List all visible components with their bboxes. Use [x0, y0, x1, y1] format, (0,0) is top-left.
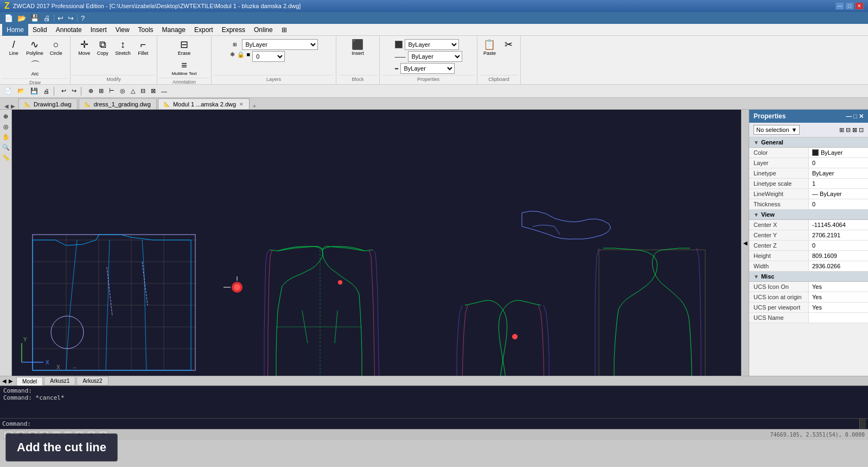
- menu-view[interactable]: View: [111, 24, 134, 36]
- layer-properties-button[interactable]: ⊞: [230, 40, 240, 49]
- move-button[interactable]: ✛ Move: [75, 38, 93, 75]
- ucs-per-viewport-value[interactable]: Yes: [809, 302, 868, 312]
- snap-cmd-btn[interactable]: ⊕: [86, 86, 95, 96]
- tab-drawing1[interactable]: 📐 Drawing1.dwg: [18, 98, 78, 109]
- tab-arkusz2[interactable]: Arkusz2: [76, 376, 108, 386]
- layer-select[interactable]: ByLayer 0: [242, 39, 318, 50]
- freeze-icon[interactable]: ❄: [230, 51, 235, 62]
- open-cmd-btn[interactable]: 📂: [15, 86, 27, 96]
- lineweight-select[interactable]: ByLayer: [400, 63, 455, 74]
- cut-button[interactable]: ✂: [500, 38, 517, 75]
- linetype-value[interactable]: ByLayer: [809, 168, 868, 178]
- tab-modul1[interactable]: 📐 Modul 1 ...amska 2.dwg ✕: [158, 98, 250, 109]
- menu-extra[interactable]: ⊞: [277, 24, 291, 36]
- status-model-btn[interactable]: ▤: [3, 431, 14, 439]
- layer-num-select[interactable]: 0: [252, 51, 285, 62]
- panel-toggle[interactable]: ◀: [741, 110, 749, 376]
- view-section-header[interactable]: ▼ View: [749, 210, 868, 220]
- otrack-cmd-btn[interactable]: ⊟: [138, 86, 148, 96]
- ortho-cmd-btn[interactable]: ⊢: [107, 86, 117, 96]
- prop-float-btn[interactable]: □: [853, 113, 857, 120]
- polar-cmd-btn[interactable]: ◎: [118, 86, 127, 96]
- lock-icon[interactable]: 🔒: [237, 51, 245, 62]
- menu-export[interactable]: Export: [190, 24, 218, 36]
- arc-button[interactable]: ⌒ Arc: [27, 59, 44, 78]
- print-cmd-btn[interactable]: 🖨: [41, 87, 52, 96]
- save-button[interactable]: 💾: [29, 14, 40, 22]
- menu-annotate[interactable]: Annotate: [52, 24, 86, 36]
- lt-pan-btn[interactable]: ✋: [1, 132, 11, 142]
- redo-cmd-btn[interactable]: ↪: [69, 86, 79, 96]
- prop-close-btn[interactable]: ✕: [859, 113, 864, 120]
- prop-minimize-btn[interactable]: —: [846, 113, 852, 120]
- menu-tools[interactable]: Tools: [134, 24, 158, 36]
- ucs-icon-on-value[interactable]: Yes: [809, 282, 868, 292]
- bottom-tab-prev[interactable]: ◀: [2, 378, 7, 384]
- print-button[interactable]: 🖨: [42, 14, 52, 22]
- status-polar-btn[interactable]: △: [52, 431, 61, 439]
- status-osnap-btn[interactable]: ○: [63, 431, 72, 439]
- line-button[interactable]: / Line: [5, 38, 22, 58]
- height-value[interactable]: 809.1609: [809, 251, 868, 261]
- new-cmd-btn[interactable]: 📄: [2, 86, 14, 96]
- width-value[interactable]: 2936.0266: [809, 261, 868, 271]
- select-filter-icon[interactable]: ⊡: [859, 127, 864, 134]
- redo-button[interactable]: ↪: [67, 14, 75, 22]
- fillet-button[interactable]: ⌐ Fillet: [135, 38, 152, 75]
- tab-model[interactable]: Model: [16, 377, 43, 386]
- undo-button[interactable]: ↩: [56, 14, 65, 22]
- copy-button[interactable]: ⧉ Copy: [94, 38, 111, 75]
- open-button[interactable]: 📂: [16, 14, 27, 22]
- ucs-icon-origin-value[interactable]: Yes: [809, 292, 868, 302]
- paste-button[interactable]: 📋 Paste: [481, 38, 499, 75]
- save-cmd-btn[interactable]: 💾: [28, 86, 40, 96]
- linetype-scale-value[interactable]: 1: [809, 179, 868, 188]
- new-button[interactable]: 📄: [3, 14, 14, 22]
- menu-home[interactable]: Home: [2, 24, 28, 36]
- ducs-cmd-btn[interactable]: ⊠: [149, 86, 158, 96]
- select-all-icon[interactable]: ⊞: [839, 127, 844, 134]
- center-x-value[interactable]: -11145.4064: [809, 220, 868, 230]
- lt-snap-btn[interactable]: ⊕: [1, 112, 11, 121]
- multiline-text-button[interactable]: ≡ Multiline Text: [169, 59, 199, 78]
- tab-dress-grading[interactable]: 📐 dress_1_grading.dwg: [79, 98, 157, 109]
- tab-nav-prev[interactable]: ◀: [4, 103, 9, 109]
- tab-arkusz1[interactable]: Arkusz1: [44, 376, 75, 386]
- tab-nav-next[interactable]: ▶: [11, 103, 15, 109]
- thickness-value[interactable]: 0: [809, 199, 868, 209]
- tab-modul1-close[interactable]: ✕: [239, 102, 244, 107]
- lt-zoom-btn[interactable]: 🔍: [1, 143, 11, 152]
- color-select[interactable]: ByLayer: [405, 39, 459, 50]
- status-snap-btn[interactable]: ⊟: [28, 431, 37, 439]
- linetype-select[interactable]: ByLayer: [408, 51, 462, 62]
- lt-orbit-btn[interactable]: ◎: [1, 122, 11, 131]
- canvas-area[interactable]: X Y X →: [12, 110, 741, 376]
- lt-measure-btn[interactable]: 📏: [1, 153, 11, 162]
- select-props-icon[interactable]: ⊠: [852, 127, 857, 134]
- help-button[interactable]: ?: [80, 14, 86, 22]
- circle-button[interactable]: ○ Circle: [47, 38, 65, 58]
- new-tab-button[interactable]: +: [253, 103, 256, 109]
- color-icon[interactable]: ■: [247, 51, 251, 62]
- center-z-value[interactable]: 0: [809, 241, 868, 250]
- general-section-header[interactable]: ▼ General: [749, 137, 868, 148]
- grid-cmd-btn[interactable]: ⊞: [97, 86, 106, 96]
- menu-manage[interactable]: Manage: [158, 24, 190, 36]
- bottom-tab-next[interactable]: ▶: [9, 378, 13, 384]
- status-ortho-btn[interactable]: ⊡: [40, 431, 49, 439]
- menu-online[interactable]: Online: [250, 24, 277, 36]
- minimize-button[interactable]: —: [835, 2, 844, 10]
- close-button[interactable]: ✕: [855, 2, 864, 10]
- erase-button[interactable]: ⊟ Erase: [175, 38, 194, 58]
- undo-cmd-btn[interactable]: ↩: [59, 86, 68, 96]
- misc-section-header[interactable]: ▼ Misc: [749, 272, 868, 282]
- menu-solid[interactable]: Solid: [28, 24, 52, 36]
- osnap-cmd-btn[interactable]: △: [129, 86, 137, 96]
- status-grid-btn[interactable]: ⊞: [16, 431, 25, 439]
- center-y-value[interactable]: 2706.2191: [809, 230, 868, 240]
- polyline-button[interactable]: ∿ Polyline: [23, 38, 46, 58]
- command-input[interactable]: [33, 420, 859, 427]
- select-less-icon[interactable]: ⊟: [846, 127, 851, 134]
- maximize-button[interactable]: □: [845, 2, 854, 10]
- menu-insert[interactable]: Insert: [86, 24, 111, 36]
